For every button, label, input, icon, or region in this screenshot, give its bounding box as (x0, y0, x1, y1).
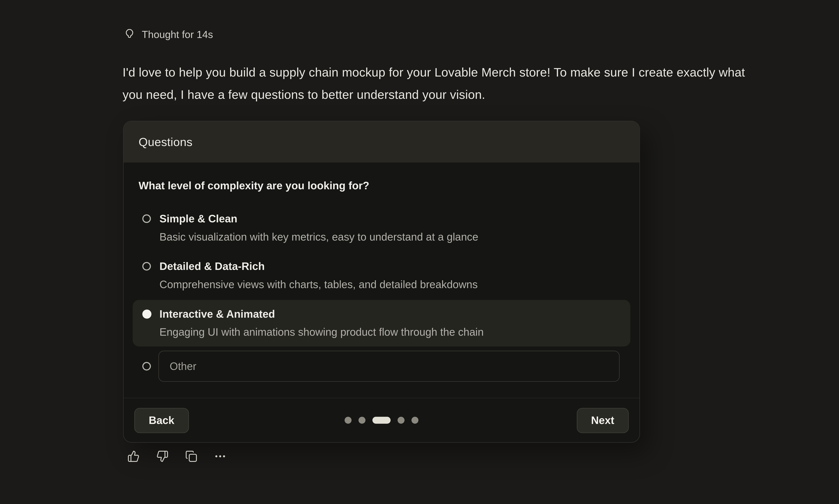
ellipsis-icon (214, 450, 226, 463)
pagination-dot (359, 417, 366, 424)
thumbs-up-icon (127, 450, 140, 463)
other-input[interactable] (158, 351, 620, 382)
options-list: Simple & Clean Basic visualization with … (133, 205, 630, 384)
copy-button[interactable] (185, 450, 197, 463)
questions-card: Questions What level of complexity are y… (123, 121, 640, 443)
option-description: Engaging UI with animations showing prod… (159, 325, 621, 340)
radio-unselected-icon[interactable] (142, 362, 151, 371)
next-button[interactable]: Next (577, 408, 629, 433)
pagination-active-pill (372, 417, 390, 424)
chat-message-area: Thought for 14s I'd love to help you bui… (0, 0, 839, 504)
thumbs-down-icon (156, 450, 169, 463)
pagination (345, 417, 418, 424)
thought-label: Thought for 14s (142, 29, 213, 41)
option-detailed-data-rich[interactable]: Detailed & Data-Rich Comprehensive views… (133, 252, 630, 299)
thumbs-down-button[interactable] (156, 450, 169, 463)
option-text: Detailed & Data-Rich Comprehensive views… (159, 259, 621, 292)
questions-card-header: Questions (124, 121, 640, 162)
question-text: What level of complexity are you looking… (139, 179, 624, 193)
pagination-dot (345, 417, 352, 424)
option-other[interactable] (133, 347, 630, 384)
option-description: Comprehensive views with charts, tables,… (159, 277, 621, 292)
wizard-footer: Back Next (124, 398, 640, 442)
option-text: Simple & Clean Basic visualization with … (159, 212, 621, 245)
back-button[interactable]: Back (134, 408, 189, 433)
copy-icon (185, 450, 197, 463)
thumbs-up-button[interactable] (127, 450, 140, 463)
questions-card-body: What level of complexity are you looking… (124, 162, 640, 398)
pagination-dot (412, 417, 419, 424)
radio-unselected-icon[interactable] (142, 214, 151, 223)
option-interactive-animated[interactable]: Interactive & Animated Engaging UI with … (133, 300, 630, 346)
lightbulb-icon (124, 29, 135, 41)
option-title: Simple & Clean (159, 212, 621, 226)
message-actions (127, 450, 226, 463)
option-description: Basic visualization with key metrics, ea… (159, 230, 621, 245)
thought-toggle[interactable]: Thought for 14s (124, 29, 213, 41)
card-title: Questions (139, 135, 192, 149)
more-options-button[interactable] (214, 450, 226, 463)
radio-unselected-icon[interactable] (142, 262, 151, 270)
option-text: Interactive & Animated Engaging UI with … (159, 307, 621, 340)
option-title: Detailed & Data-Rich (159, 259, 621, 274)
assistant-message-text: I'd love to help you build a supply chai… (123, 61, 749, 106)
pagination-dot (398, 417, 405, 424)
option-simple-clean[interactable]: Simple & Clean Basic visualization with … (133, 205, 630, 251)
option-title: Interactive & Animated (159, 307, 621, 321)
radio-selected-icon[interactable] (142, 310, 152, 319)
